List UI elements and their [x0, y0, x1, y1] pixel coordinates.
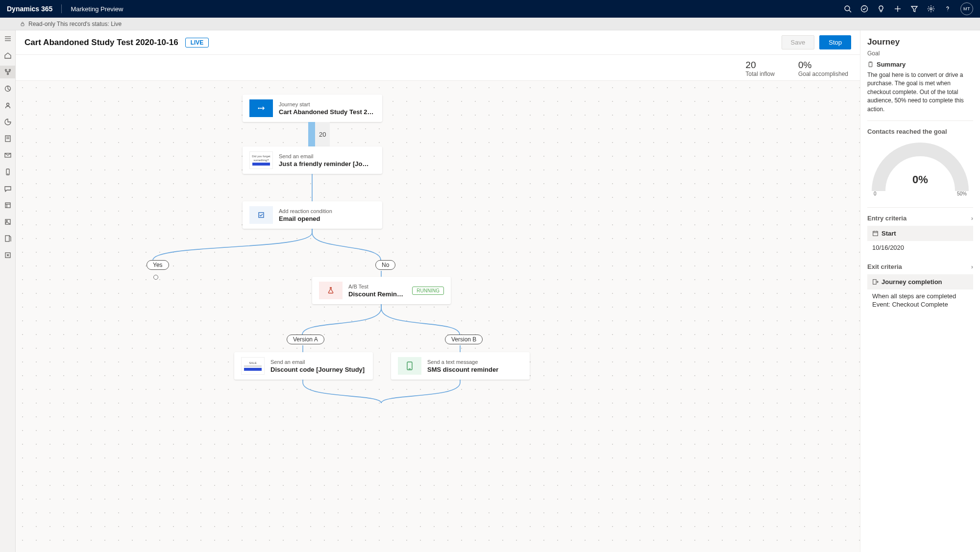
svg-point-8 [947, 10, 948, 11]
sidebar [0, 30, 16, 552]
svg-rect-42 [873, 231, 878, 236]
stats-row: 20 Total inflow 0% Goal accomplished [16, 55, 860, 81]
node-sms-discount[interactable]: Send a text message SMS discount reminde… [391, 352, 530, 380]
status-badge: LIVE [185, 38, 209, 48]
header-divider [61, 4, 62, 13]
start-icon [249, 99, 273, 117]
sidebar-hamburger[interactable] [0, 32, 16, 45]
entry-date: 10/16/2020 [867, 241, 973, 254]
node-email-discount[interactable]: SALE Send an email Discount code [Journe… [234, 352, 373, 380]
email-thumbnail: SALE [241, 357, 265, 375]
sidebar-contacts[interactable] [0, 99, 16, 112]
chevron-right-icon: › [971, 215, 973, 222]
svg-rect-46 [873, 280, 877, 285]
app-name: Marketing Preview [71, 5, 123, 13]
clipboard-icon [867, 61, 874, 68]
sidebar-reports[interactable] [0, 232, 16, 245]
exit-icon [872, 279, 879, 285]
right-panel: Journey Goal Summary The goal here is to… [860, 30, 980, 552]
ab-status-badge: RUNNING [412, 287, 444, 295]
condition-icon [249, 206, 273, 224]
svg-point-14 [9, 70, 10, 71]
readonly-banner: Read-only This record's status: Live [0, 18, 980, 30]
entry-start-row: Start [867, 226, 973, 241]
svg-point-28 [6, 220, 7, 221]
svg-rect-34 [259, 213, 264, 217]
sidebar-mobile[interactable] [0, 166, 16, 178]
exit-completion-row: Journey completion [867, 274, 973, 289]
sidebar-home[interactable] [0, 49, 16, 62]
sidebar-forms[interactable] [0, 132, 16, 145]
yes-endpoint [153, 275, 158, 280]
svg-rect-41 [870, 62, 871, 63]
lightbulb-icon[interactable] [877, 5, 885, 13]
sidebar-analytics[interactable] [0, 116, 16, 128]
brand: Dynamics 365 [7, 5, 52, 13]
svg-rect-9 [21, 24, 24, 26]
svg-point-6 [930, 8, 932, 10]
summary-body: The goal here is to convert or drive a p… [867, 71, 973, 114]
svg-rect-40 [869, 62, 872, 67]
exit-criteria-heading[interactable]: Exit criteria › [867, 263, 973, 270]
readonly-text: Read-only This record's status: Live [28, 21, 122, 27]
journey-canvas[interactable]: Journey start Cart Abandoned Study Test … [16, 81, 860, 552]
summary-heading: Summary [867, 61, 973, 68]
help-icon[interactable] [944, 5, 952, 13]
sidebar-email[interactable] [0, 149, 16, 162]
branch-version-a[interactable]: Version A [287, 335, 324, 344]
svg-point-0 [845, 6, 850, 11]
node-journey-start[interactable]: Journey start Cart Abandoned Study Test … [243, 95, 382, 122]
svg-point-17 [6, 103, 9, 106]
stat-inflow: 20 Total inflow [746, 60, 775, 77]
sidebar-segments[interactable] [0, 82, 16, 95]
panel-title: Journey [867, 37, 973, 47]
svg-rect-24 [5, 203, 10, 208]
goal-label: Goal [867, 50, 973, 57]
email-thumbnail: Did you forget something? [249, 151, 273, 169]
global-header: Dynamics 365 Marketing Preview MT [0, 0, 980, 18]
save-button: Save [782, 35, 815, 49]
goal-gauge: 0% 0 50% [867, 139, 973, 200]
calendar-icon [872, 230, 879, 237]
node-ab-test[interactable]: A/B Test Discount Reminder Test RUNNING [312, 277, 451, 304]
svg-point-13 [5, 70, 6, 71]
filter-icon[interactable] [910, 5, 918, 13]
node-reaction-condition[interactable]: Add reaction condition Email opened [243, 201, 382, 229]
svg-point-31 [258, 108, 260, 109]
branch-version-b[interactable]: Version B [445, 335, 483, 344]
node-send-email-reminder[interactable]: Did you forget something? Send an email … [243, 146, 382, 174]
lock-icon [20, 21, 25, 27]
svg-rect-29 [5, 236, 9, 241]
svg-point-2 [861, 6, 868, 12]
exit-line1: When all steps are completed [867, 289, 973, 300]
svg-point-15 [7, 73, 8, 75]
page-title: Cart Abandoned Study Test 2020-10-16 [24, 38, 178, 48]
branch-no[interactable]: No [375, 260, 395, 270]
user-avatar[interactable]: MT [960, 2, 973, 15]
sidebar-journeys[interactable] [0, 66, 16, 78]
chevron-right-icon: › [971, 263, 973, 270]
mobile-icon [398, 357, 421, 375]
svg-line-1 [849, 10, 851, 12]
entry-criteria-heading[interactable]: Entry criteria › [867, 215, 973, 222]
task-icon[interactable] [860, 5, 868, 13]
sidebar-library[interactable] [0, 216, 16, 228]
sidebar-settings[interactable] [0, 249, 16, 262]
inflow-count: 20 [308, 122, 330, 146]
branch-yes[interactable]: Yes [147, 260, 169, 270]
search-icon[interactable] [844, 5, 852, 13]
contacts-heading: Contacts reached the goal [867, 128, 973, 135]
stop-button[interactable]: Stop [819, 35, 851, 49]
add-icon[interactable] [894, 5, 902, 13]
flask-icon [319, 282, 343, 299]
exit-line2: Event: Checkout Complete [867, 300, 973, 311]
gear-icon[interactable] [927, 5, 935, 13]
sidebar-chat[interactable] [0, 182, 16, 195]
sidebar-templates[interactable] [0, 199, 16, 212]
stat-goal: 0% Goal accomplished [798, 60, 848, 77]
page-header: Cart Abandoned Study Test 2020-10-16 LIV… [16, 30, 860, 55]
